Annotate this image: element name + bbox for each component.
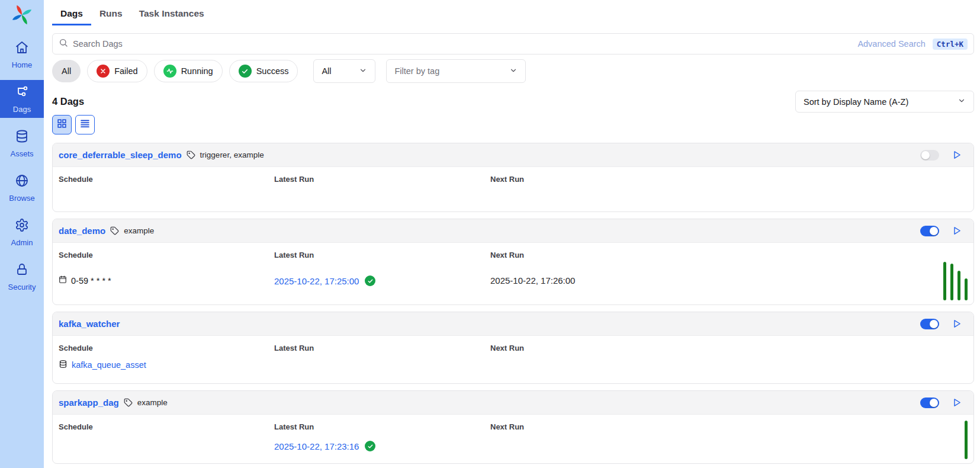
trigger-dag-button[interactable] xyxy=(952,150,962,160)
filter-chip-failed[interactable]: Failed xyxy=(87,60,147,82)
run-duration-bar[interactable] xyxy=(957,271,960,300)
view-toggles xyxy=(52,115,974,134)
next-run-label: Next Run xyxy=(490,251,968,259)
run-duration-bar[interactable] xyxy=(950,264,953,300)
latest-run-column: Latest Run xyxy=(274,175,490,206)
schedule-label: Schedule xyxy=(59,344,274,352)
filter-chip-running[interactable]: Running xyxy=(154,60,223,82)
run-duration-bar[interactable] xyxy=(943,262,946,300)
latest-run-label: Latest Run xyxy=(274,175,490,184)
dag-pause-toggle[interactable] xyxy=(920,319,939,329)
search-input[interactable] xyxy=(73,39,968,49)
sidebar: Home Dags Assets Browse xyxy=(0,0,44,468)
airflow-app: Home Dags Assets Browse xyxy=(0,0,980,468)
search-icon xyxy=(59,38,68,50)
sidebar-item-security[interactable]: Security xyxy=(0,258,44,296)
schedule-label: Schedule xyxy=(59,251,274,259)
dag-pause-toggle[interactable] xyxy=(920,226,939,236)
toggle-knob xyxy=(930,399,938,407)
dag-card-body: Schedule Latest Run Next Run xyxy=(53,167,973,211)
dag-card-body: Schedule kafka_queue_asset Latest Run Ne… xyxy=(53,336,973,383)
dag-card-list: core_deferrable_sleep_demo triggerer, ex… xyxy=(52,143,974,464)
schedule-label: Schedule xyxy=(59,422,274,431)
sort-select[interactable]: Sort by Display Name (A-Z) xyxy=(795,91,974,113)
schedule-column: Schedule xyxy=(59,175,274,206)
search-bar: Advanced Search Ctrl+K xyxy=(52,33,974,55)
tag-filter-select[interactable]: Filter by tag xyxy=(386,59,526,83)
next-run-column: Next Run xyxy=(490,175,968,206)
sidebar-item-admin[interactable]: Admin xyxy=(0,213,44,251)
dag-link[interactable]: core_deferrable_sleep_demo xyxy=(59,150,182,160)
recent-runs-bar-chart[interactable] xyxy=(943,262,968,300)
schedule-column: Schedule 0-59 * * * * xyxy=(59,251,274,299)
table-view-button[interactable] xyxy=(75,115,95,134)
next-run-value: 2025-10-22, 17:26:00 xyxy=(490,275,575,286)
chip-label: Running xyxy=(181,66,213,76)
dag-tags: example xyxy=(124,226,154,235)
select-value: All xyxy=(322,66,331,76)
schedule-asset-link[interactable]: kafka_queue_asset xyxy=(72,360,146,370)
dag-tags: triggerer, example xyxy=(200,150,264,159)
home-icon xyxy=(15,40,29,57)
select-placeholder: Filter by tag xyxy=(394,66,439,76)
card-view-button[interactable] xyxy=(52,115,72,134)
sidebar-item-home[interactable]: Home xyxy=(0,36,44,73)
success-check-icon xyxy=(365,275,375,286)
check-circle-icon xyxy=(239,65,252,78)
run-duration-bar[interactable] xyxy=(965,278,968,300)
tag-icon xyxy=(110,226,119,235)
latest-run-link[interactable]: 2025-10-22, 17:25:00 xyxy=(274,276,359,286)
trigger-dag-button[interactable] xyxy=(952,226,962,236)
tab-task-instances[interactable]: Task Instances xyxy=(131,7,213,25)
latest-run-column: Latest Run xyxy=(274,344,490,377)
run-duration-bar[interactable] xyxy=(965,421,968,459)
dag-card: kafka_watcher Schedule xyxy=(52,312,974,384)
search-extras: Advanced Search Ctrl+K xyxy=(857,34,968,54)
trigger-dag-button[interactable] xyxy=(952,398,962,408)
filter-chip-success[interactable]: Success xyxy=(229,60,298,82)
chevron-down-icon xyxy=(957,97,966,107)
sidebar-item-dags[interactable]: Dags xyxy=(0,80,44,118)
dag-card-header: core_deferrable_sleep_demo triggerer, ex… xyxy=(53,143,973,167)
paused-filter-select[interactable]: All xyxy=(313,59,375,83)
sidebar-item-label: Security xyxy=(8,283,36,291)
tag-icon xyxy=(187,150,195,159)
next-run-label: Next Run xyxy=(490,344,968,352)
recent-runs-bar-chart[interactable] xyxy=(965,421,968,459)
latest-run-column: Latest Run 2025-10-22, 17:25:00 xyxy=(274,251,490,299)
filter-chip-all[interactable]: All xyxy=(52,60,81,82)
latest-run-link[interactable]: 2025-10-22, 17:23:16 xyxy=(274,441,359,451)
dag-card-body: Schedule 0-59 * * * * Latest Run 2025-10… xyxy=(53,243,973,304)
pulse-circle-icon xyxy=(163,65,176,78)
dag-pause-toggle[interactable] xyxy=(920,398,939,408)
dag-card-body: Schedule Latest Run 2025-10-22, 17:23:16… xyxy=(53,415,973,463)
sidebar-item-browse[interactable]: Browse xyxy=(0,169,44,207)
dag-link[interactable]: sparkapp_dag xyxy=(59,398,119,408)
list-icon xyxy=(80,118,90,131)
tab-dags[interactable]: Dags xyxy=(52,7,91,25)
dag-card-header: kafka_watcher xyxy=(53,312,973,336)
dag-link[interactable]: date_demo xyxy=(59,226,105,236)
chevron-down-icon xyxy=(509,66,518,76)
sidebar-nav: Home Dags Assets Browse xyxy=(0,36,44,302)
sidebar-item-label: Home xyxy=(12,60,33,69)
toggle-knob xyxy=(930,320,938,328)
tab-runs[interactable]: Runs xyxy=(91,7,131,25)
sidebar-item-label: Browse xyxy=(9,194,34,203)
advanced-search-link[interactable]: Advanced Search xyxy=(857,39,925,49)
next-run-column: Next Run 2025-10-22, 17:26:00 xyxy=(490,251,968,299)
sidebar-item-assets[interactable]: Assets xyxy=(0,124,44,162)
trigger-dag-button[interactable] xyxy=(952,319,962,329)
chevron-down-icon xyxy=(359,66,367,76)
x-circle-icon xyxy=(97,65,110,78)
airflow-logo[interactable] xyxy=(0,0,44,27)
top-tabs: Dags Runs Task Instances xyxy=(52,7,974,25)
dag-card: core_deferrable_sleep_demo triggerer, ex… xyxy=(52,143,974,212)
dag-pause-toggle[interactable] xyxy=(920,150,939,161)
dag-count: 4 Dags xyxy=(52,96,84,107)
chip-label: Success xyxy=(256,66,289,76)
sidebar-item-label: Assets xyxy=(10,149,33,158)
dag-link[interactable]: kafka_watcher xyxy=(59,319,120,329)
shortcut-badge: Ctrl+K xyxy=(933,39,968,50)
next-run-label: Next Run xyxy=(490,422,968,431)
